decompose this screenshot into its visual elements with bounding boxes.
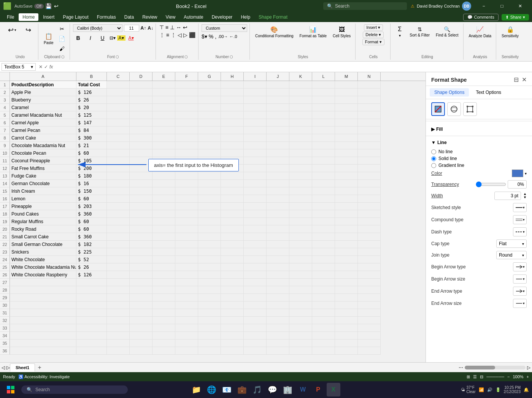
add-sheet-btn[interactable]: + bbox=[36, 364, 43, 371]
cell-n[interactable] bbox=[358, 256, 381, 263]
cell-g[interactable] bbox=[198, 172, 221, 180]
cell-n[interactable] bbox=[358, 157, 381, 165]
cell-n[interactable] bbox=[358, 119, 381, 127]
cell-i[interactable] bbox=[244, 187, 267, 195]
compound-type-control[interactable]: ▾ bbox=[513, 215, 527, 224]
col-header-m[interactable]: M bbox=[335, 72, 358, 81]
cell-d[interactable] bbox=[130, 233, 152, 241]
color-label[interactable]: Color bbox=[431, 171, 509, 176]
cell-empty-d[interactable] bbox=[130, 317, 152, 324]
cell-j[interactable] bbox=[267, 127, 289, 134]
size-properties-icon-btn[interactable] bbox=[463, 102, 477, 116]
cell-j[interactable] bbox=[267, 195, 289, 203]
cell-c[interactable] bbox=[107, 271, 130, 279]
cell-k[interactable] bbox=[289, 89, 312, 96]
cell-product[interactable]: Small Carrot Cake bbox=[10, 233, 76, 241]
cell-k[interactable] bbox=[289, 119, 312, 127]
cell-product[interactable]: Small German Chocolate bbox=[10, 241, 76, 248]
cell-empty-l[interactable] bbox=[312, 294, 335, 301]
cell-empty-i[interactable] bbox=[244, 301, 267, 309]
cell-i[interactable] bbox=[244, 195, 267, 203]
cell-l[interactable] bbox=[312, 210, 335, 218]
tab-text-options[interactable]: Text Options bbox=[471, 88, 506, 97]
join-type-dropdown[interactable]: Round ▾ bbox=[496, 251, 527, 259]
cell-empty-k[interactable] bbox=[289, 294, 312, 301]
cell-e[interactable] bbox=[152, 241, 175, 248]
cell-i[interactable] bbox=[244, 134, 267, 142]
cell-j[interactable] bbox=[267, 248, 289, 256]
cell-j[interactable] bbox=[267, 165, 289, 172]
color-dropdown-btn[interactable]: ▾ bbox=[525, 171, 527, 176]
view-page-btn[interactable]: ☰ bbox=[473, 374, 477, 379]
cell-m[interactable] bbox=[335, 187, 358, 195]
cell-m[interactable] bbox=[335, 203, 358, 210]
cell-l[interactable] bbox=[312, 96, 335, 104]
cell-g[interactable] bbox=[198, 119, 221, 127]
formula-input[interactable] bbox=[56, 63, 530, 70]
cell-m[interactable] bbox=[335, 149, 358, 157]
cell-cost[interactable]: $ 300 bbox=[76, 134, 107, 142]
cell-cost[interactable]: $ 147 bbox=[76, 119, 107, 127]
cell-h[interactable] bbox=[221, 203, 244, 210]
cell-g[interactable] bbox=[198, 263, 221, 271]
cell-empty-n[interactable] bbox=[358, 332, 381, 339]
cell-product[interactable]: Lemon bbox=[10, 195, 76, 203]
cell-empty-h[interactable] bbox=[221, 279, 244, 286]
cell-m[interactable] bbox=[335, 248, 358, 256]
cell-c[interactable] bbox=[107, 233, 130, 241]
cell-empty-h[interactable] bbox=[221, 332, 244, 339]
bold-btn[interactable]: B bbox=[73, 33, 84, 43]
cell-l[interactable] bbox=[312, 89, 335, 96]
analyze-data-btn[interactable]: 📈 Analyze Data bbox=[467, 24, 494, 40]
cell-i[interactable] bbox=[244, 233, 267, 241]
col-header-i[interactable]: I bbox=[244, 72, 267, 81]
cell-n[interactable] bbox=[358, 149, 381, 157]
cell-product[interactable]: Chocolate Pecan bbox=[10, 149, 76, 157]
cell-j[interactable] bbox=[267, 111, 289, 119]
cell-cost[interactable]: $ 16 bbox=[76, 180, 107, 187]
transparency-label[interactable]: Transparency bbox=[431, 182, 473, 187]
cell-h[interactable] bbox=[221, 104, 244, 111]
cell-l[interactable] bbox=[312, 195, 335, 203]
cell-m[interactable] bbox=[335, 225, 358, 233]
cell-l[interactable] bbox=[312, 104, 335, 111]
cell-k[interactable] bbox=[289, 233, 312, 241]
name-box[interactable]: TextBox 5 ▾ bbox=[2, 63, 36, 71]
cell-cost[interactable]: $ 360 bbox=[76, 233, 107, 241]
cell-k[interactable] bbox=[289, 142, 312, 149]
cell-m[interactable] bbox=[335, 89, 358, 96]
cell-empty-b[interactable] bbox=[76, 324, 107, 332]
cell-empty-a[interactable] bbox=[10, 317, 76, 324]
cell-empty-b[interactable] bbox=[76, 294, 107, 301]
cell-m[interactable] bbox=[335, 142, 358, 149]
cell-empty-g[interactable] bbox=[198, 317, 221, 324]
cell-m[interactable] bbox=[335, 263, 358, 271]
cell-e[interactable] bbox=[152, 187, 175, 195]
cell-cost[interactable]: $ 225 bbox=[76, 248, 107, 256]
cell-h[interactable] bbox=[221, 233, 244, 241]
cell-i[interactable] bbox=[244, 89, 267, 96]
menu-review[interactable]: Review bbox=[138, 13, 161, 21]
cell-empty-h[interactable] bbox=[221, 347, 244, 355]
cell-empty-g[interactable] bbox=[198, 301, 221, 309]
taskbar-app-word[interactable]: W bbox=[296, 383, 310, 396]
cell-g[interactable] bbox=[198, 271, 221, 279]
cell-f[interactable] bbox=[175, 248, 198, 256]
cell-empty-k[interactable] bbox=[289, 309, 312, 317]
view-break-btn[interactable]: ⊟ bbox=[480, 374, 483, 379]
cell-c[interactable] bbox=[107, 187, 130, 195]
wrap-text-btn[interactable]: ↩ bbox=[183, 24, 187, 30]
cell-n[interactable] bbox=[358, 172, 381, 180]
alignment-expand-icon[interactable]: ⬡ bbox=[184, 55, 188, 59]
col-header-b[interactable]: B bbox=[76, 72, 107, 81]
cell-empty-l[interactable] bbox=[312, 347, 335, 355]
cell-product[interactable]: Coconut Pineapple bbox=[10, 157, 76, 165]
cell-j[interactable] bbox=[267, 187, 289, 195]
font-expand-icon[interactable]: ⬡ bbox=[116, 55, 119, 59]
cell-empty-j[interactable] bbox=[267, 317, 289, 324]
cell-e[interactable] bbox=[152, 134, 175, 142]
cell-product[interactable]: Carmel Apple bbox=[10, 119, 76, 127]
cell-f[interactable] bbox=[175, 195, 198, 203]
cell-m[interactable] bbox=[335, 233, 358, 241]
menu-shape-format[interactable]: Shape Format bbox=[255, 13, 291, 21]
